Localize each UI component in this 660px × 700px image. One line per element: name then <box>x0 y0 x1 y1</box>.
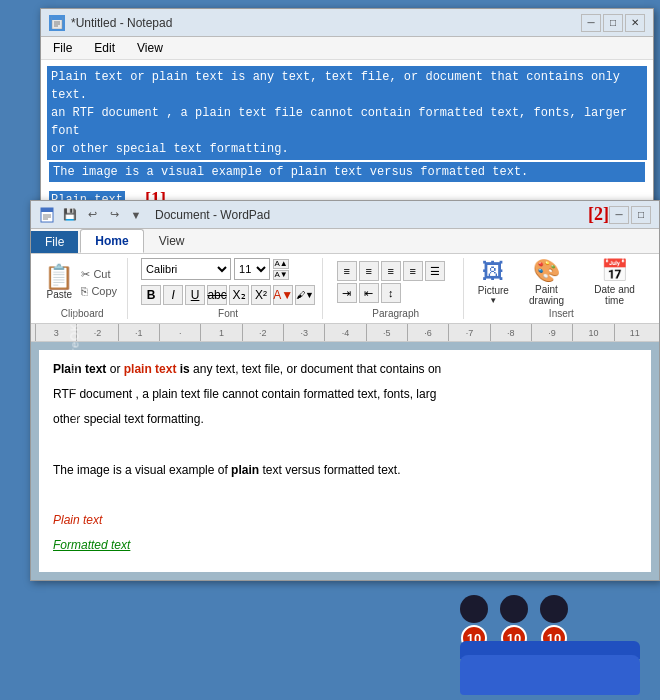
doc-plain-bold-2: plain <box>231 463 259 477</box>
doc-plain-text-bold: Plain text <box>53 362 106 376</box>
undo-icon[interactable]: ↩ <box>83 206 101 224</box>
picture-icon: 🖼 <box>482 259 504 285</box>
quick-access-toolbar: 💾 ↩ ↪ ▼ <box>39 206 145 224</box>
datetime-button[interactable]: 📅 Date and time <box>584 258 645 306</box>
doc-para-1: Plain text or plain text is any text, te… <box>53 360 637 379</box>
ribbon: File Home View <box>31 229 659 254</box>
align-left-button[interactable]: ≡ <box>337 261 357 281</box>
font-label: Font <box>218 308 238 319</box>
font-grow-button[interactable]: A▲ <box>273 259 289 269</box>
ruler-mark-8r: ·8 <box>490 324 531 342</box>
annotation-2: [2] <box>588 204 609 225</box>
doc-line-2: RTF document , a plain text file cannot … <box>53 387 436 401</box>
doc-image-text: The image is a visual example of <box>53 463 231 477</box>
indent-button[interactable]: ⇥ <box>337 283 357 303</box>
cut-icon: ✂ <box>81 268 90 281</box>
ruler-inner: 3 ·2 ·1 · 1 ·2 ·3 ·4 ·5 ·6 ·7 ·8 ·9 10 1… <box>35 324 655 342</box>
picture-label: Picture <box>478 285 509 296</box>
paragraph-group-content: ≡ ≡ ≡ ≡ ☰ ⇥ ⇤ ↕ <box>337 258 455 306</box>
tab-view[interactable]: View <box>144 229 200 253</box>
font-size-select[interactable]: 11 <box>234 258 270 280</box>
doc-plain-text-italic: Plain text <box>53 511 637 530</box>
align-right-button[interactable]: ≡ <box>381 261 401 281</box>
ruler-mark-5r: ·5 <box>366 324 407 342</box>
paste-label: Paste <box>47 289 73 300</box>
qa-dropdown-icon[interactable]: ▼ <box>127 206 145 224</box>
wp-minimize-button[interactable]: ─ <box>609 206 629 224</box>
font-shrink-button[interactable]: A▼ <box>273 270 289 280</box>
copy-icon: ⎘ <box>81 285 88 297</box>
cartoon-sofa <box>460 655 640 695</box>
doc-rest-1: any text, text file, or document that co… <box>193 362 441 376</box>
wp-maximize-button[interactable]: □ <box>631 206 651 224</box>
wordpad-document-area[interactable]: Plain text or plain text is any text, te… <box>31 342 659 580</box>
svg-rect-1 <box>52 17 62 20</box>
figure-1-head <box>460 595 488 623</box>
ruler: 3 ·2 ·1 · 1 ·2 ·3 ·4 ·5 ·6 ·7 ·8 ·9 10 1… <box>31 324 659 342</box>
doc-or: or <box>110 362 124 376</box>
cut-label: Cut <box>93 268 110 280</box>
justify-button[interactable]: ≡ <box>403 261 423 281</box>
ruler-mark-7r: ·7 <box>448 324 489 342</box>
copy-button[interactable]: ⎘ Copy <box>78 284 120 298</box>
paint-button[interactable]: 🎨 Paint drawing <box>517 258 576 306</box>
picture-button[interactable]: 🖼 Picture ▼ <box>478 259 509 305</box>
ruler-mark-0: · <box>159 324 200 342</box>
maximize-button[interactable]: □ <box>603 14 623 32</box>
figure-2-head <box>500 595 528 623</box>
strikethrough-button[interactable]: abc <box>207 285 227 305</box>
line-spacing-button[interactable]: ↕ <box>381 283 401 303</box>
font-color-button[interactable]: A▼ <box>273 285 293 305</box>
cartoon-group: 10 10 10 <box>460 595 640 695</box>
ruler-mark-2r: ·2 <box>242 324 283 342</box>
doc-para-5: The image is a visual example of plain t… <box>53 461 637 480</box>
superscript-button[interactable]: X² <box>251 285 271 305</box>
view-menu[interactable]: View <box>131 39 169 57</box>
plain-text-italic-red: Plain text <box>53 513 102 527</box>
doc-para-6 <box>53 486 637 505</box>
paste-button[interactable]: 📋 Paste <box>44 265 74 300</box>
insert-buttons: 🖼 Picture ▼ 🎨 Paint drawing 📅 Date and t… <box>478 258 645 306</box>
tab-home[interactable]: Home <box>80 229 143 253</box>
wordpad-titlebar-controls: ─ □ <box>609 206 651 224</box>
clipboard-group-content: 📋 Paste ✂ Cut ⎘ Copy <box>44 258 120 306</box>
save-icon[interactable]: 💾 <box>61 206 79 224</box>
ribbon-content: 📋 Paste ✂ Cut ⎘ Copy Clipboard <box>31 254 659 324</box>
notepad-menubar: File Edit View <box>41 37 653 60</box>
bullets-button[interactable]: ☰ <box>425 261 445 281</box>
doc-page[interactable]: Plain text or plain text is any text, te… <box>39 350 651 572</box>
font-group-content: Calibri 11 A▲ A▼ B I U abc X₂ X <box>141 258 315 306</box>
paragraph-group: ≡ ≡ ≡ ≡ ☰ ⇥ ⇤ ↕ Paragraph <box>329 258 464 319</box>
wordpad-titlebar: 💾 ↩ ↪ ▼ Document - WordPad [2] ─ □ <box>31 201 659 229</box>
font-family-select[interactable]: Calibri <box>141 258 231 280</box>
align-center-button[interactable]: ≡ <box>359 261 379 281</box>
picture-dropdown[interactable]: ▼ <box>489 296 497 305</box>
subscript-button[interactable]: X₂ <box>229 285 249 305</box>
redo-icon[interactable]: ↪ <box>105 206 123 224</box>
file-menu[interactable]: File <box>47 39 78 57</box>
insert-group: 🖼 Picture ▼ 🎨 Paint drawing 📅 Date and t… <box>470 258 653 319</box>
edit-menu[interactable]: Edit <box>88 39 121 57</box>
insert-group-content: 🖼 Picture ▼ 🎨 Paint drawing 📅 Date and t… <box>478 258 645 306</box>
formatted-text-italic-green: Formatted text <box>53 538 130 552</box>
close-button[interactable]: ✕ <box>625 14 645 32</box>
ruler-mark-3r: ·3 <box>283 324 324 342</box>
bold-button[interactable]: B <box>141 285 161 305</box>
wordpad-window: 💾 ↩ ↪ ▼ Document - WordPad [2] ─ □ File … <box>30 200 660 581</box>
insert-label: Insert <box>549 308 574 319</box>
ruler-mark-9r: ·9 <box>531 324 572 342</box>
font-group: Calibri 11 A▲ A▼ B I U abc X₂ X <box>134 258 322 319</box>
tab-file[interactable]: File <box>31 231 78 253</box>
notepad-title: *Untitled - Notepad <box>71 16 581 30</box>
doc-line-3: other special text formatting. <box>53 412 204 426</box>
underline-button[interactable]: U <box>185 285 205 305</box>
highlight-button[interactable]: 🖌▼ <box>295 285 315 305</box>
doc-vs-text: text versus formatted text. <box>262 463 400 477</box>
clipboard-group: 📋 Paste ✂ Cut ⎘ Copy Clipboard <box>37 258 128 319</box>
italic-button[interactable]: I <box>163 285 183 305</box>
doc-para-4 <box>53 436 637 455</box>
outdent-button[interactable]: ⇤ <box>359 283 379 303</box>
figure-3-head <box>540 595 568 623</box>
minimize-button[interactable]: ─ <box>581 14 601 32</box>
cut-button[interactable]: ✂ Cut <box>78 267 120 282</box>
